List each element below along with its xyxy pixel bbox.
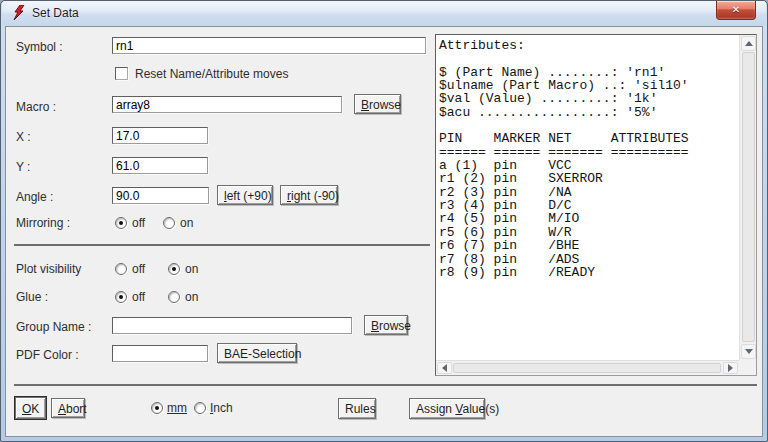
reset-name-attribute-label: Reset Name/Attribute moves xyxy=(135,67,288,81)
glue-off-radio[interactable] xyxy=(115,291,127,303)
macro-input[interactable] xyxy=(112,96,342,113)
title-bar[interactable]: Set Data ✕ xyxy=(2,1,766,26)
close-icon: ✕ xyxy=(732,5,740,15)
vertical-scroll-thumb[interactable] xyxy=(742,52,755,342)
y-input[interactable] xyxy=(112,157,208,174)
rotate-left-button[interactable]: left (+90) xyxy=(217,185,273,205)
macro-label: Macro : xyxy=(16,100,56,114)
units-inch-label: Inch xyxy=(210,401,233,415)
label-part: B xyxy=(371,319,379,333)
scroll-left-button[interactable] xyxy=(437,362,452,374)
rotate-right-button[interactable]: right (-90) xyxy=(280,185,338,205)
plot-visibility-off-label: off xyxy=(132,262,145,276)
close-button[interactable]: ✕ xyxy=(716,1,756,20)
label-part: Assign xyxy=(416,402,455,416)
dialog-body: Symbol : Reset Name/Attribute moves Macr… xyxy=(5,26,763,437)
scrollbar-corner xyxy=(739,360,756,375)
angle-label: Angle : xyxy=(16,190,53,204)
mirroring-on-label: on xyxy=(180,216,193,230)
glue-on-radio[interactable] xyxy=(168,291,180,303)
mirroring-on-radio[interactable] xyxy=(163,217,175,229)
angle-input[interactable] xyxy=(112,187,209,204)
x-input[interactable] xyxy=(112,127,208,144)
set-data-dialog: Set Data ✕ Symbol : Reset Name/Attribute… xyxy=(0,0,768,442)
horizontal-scrollbar[interactable] xyxy=(436,360,739,375)
plot-visibility-off-radio[interactable] xyxy=(115,263,127,275)
plot-visibility-on-label: on xyxy=(185,262,198,276)
label-part: rowse xyxy=(369,98,401,112)
label-part: O xyxy=(22,402,31,416)
mirroring-label: Mirroring : xyxy=(16,216,70,230)
app-icon xyxy=(11,5,27,21)
mirroring-off-radio[interactable] xyxy=(115,217,127,229)
bae-selection-button[interactable]: BAE-Selection xyxy=(217,343,297,363)
vertical-scrollbar[interactable] xyxy=(739,35,756,360)
pdf-color-label: PDF Color : xyxy=(16,348,79,362)
units-mm-radio[interactable] xyxy=(151,402,163,414)
units-inch-radio[interactable] xyxy=(194,402,206,414)
window-title: Set Data xyxy=(32,6,79,20)
glue-on-label: on xyxy=(185,290,198,304)
symbol-label: Symbol : xyxy=(16,40,63,54)
glue-off-label: off xyxy=(132,290,145,304)
arrow-down-icon xyxy=(745,349,753,354)
label-part: A xyxy=(58,402,66,416)
label-part: eft (+90) xyxy=(227,189,272,203)
group-name-input[interactable] xyxy=(112,317,352,334)
mirroring-off-label: off xyxy=(132,216,145,230)
arrow-left-icon xyxy=(442,364,447,372)
arrow-up-icon xyxy=(745,41,753,46)
plot-visibility-label: Plot visibility xyxy=(16,262,81,276)
glue-label: Glue : xyxy=(16,290,48,304)
rules-button[interactable]: Rules xyxy=(338,398,376,419)
arrow-right-icon xyxy=(728,364,733,372)
group-name-label: Group Name : xyxy=(16,320,91,334)
group-name-browse-button[interactable]: Browse xyxy=(364,315,408,335)
attributes-panel: Attributes: $ (Part Name) ........: 'rn1… xyxy=(435,34,757,376)
scroll-up-button[interactable] xyxy=(741,36,756,51)
footer-separator xyxy=(14,384,757,386)
units-mm-label: mm xyxy=(167,401,187,415)
x-label: X : xyxy=(16,130,31,144)
scroll-right-button[interactable] xyxy=(723,362,738,374)
label-part: alue(s) xyxy=(462,402,499,416)
pdf-color-input[interactable] xyxy=(112,345,208,362)
symbol-input[interactable] xyxy=(112,37,426,54)
middle-separator xyxy=(14,244,430,246)
scroll-down-button[interactable] xyxy=(741,344,756,359)
label-part: K xyxy=(31,402,39,416)
label-part: B xyxy=(361,98,369,112)
reset-name-attribute-checkbox[interactable] xyxy=(115,67,128,80)
label-part: rowse xyxy=(379,319,411,333)
label-part: bort xyxy=(66,402,87,416)
attributes-text: Attributes: $ (Part Name) ........: 'rn1… xyxy=(439,39,689,279)
horizontal-scroll-thumb[interactable] xyxy=(453,363,721,373)
assign-values-button[interactable]: Assign Value(s) xyxy=(409,398,485,419)
label-part: ight (-90) xyxy=(291,189,339,203)
macro-browse-button[interactable]: Browse xyxy=(354,94,401,114)
plot-visibility-on-radio[interactable] xyxy=(168,263,180,275)
y-label: Y : xyxy=(16,160,30,174)
abort-button[interactable]: Abort xyxy=(51,398,85,418)
label-part: nch xyxy=(213,401,232,415)
ok-button[interactable]: OK xyxy=(15,397,46,419)
